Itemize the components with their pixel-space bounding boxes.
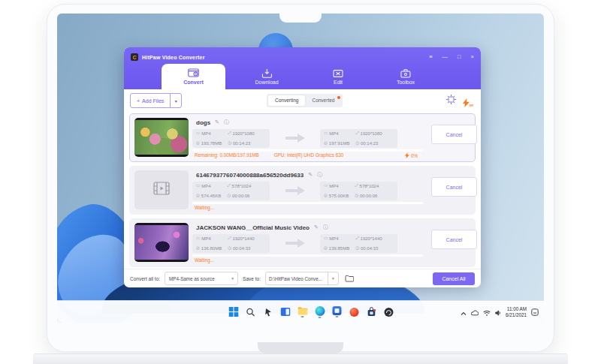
cancel-button[interactable]: Cancel — [431, 230, 477, 249]
running-indicator — [301, 316, 304, 317]
app-logo-icon: C — [131, 53, 138, 61]
taskbar-clock[interactable]: 11:00 AM 6/21/2021 — [506, 306, 527, 318]
source-info: ▭MP4 ◎193.78MB ⤢1920*1080 ◷00:14:23 — [192, 129, 270, 148]
laptop-hinge-notch — [258, 342, 343, 353]
add-files-dropdown[interactable]: ▾ — [170, 94, 181, 107]
wifi-icon[interactable] — [483, 305, 491, 319]
convert-arrow-icon — [284, 238, 307, 251]
main-tabs: Convert Download Edit Toolbox — [124, 62, 481, 89]
file-type-icon: ▭ — [196, 236, 200, 241]
cancel-button[interactable]: Cancel — [431, 177, 477, 197]
search-icon[interactable] — [245, 305, 257, 319]
tab-converted[interactable]: Converted — [305, 95, 341, 106]
waiting-status: Waiting... — [195, 258, 214, 263]
file-explorer-icon[interactable] — [297, 305, 309, 319]
chevron-down-icon: ▾ — [231, 276, 234, 281]
file-size-icon: ◎ — [196, 246, 200, 251]
file-info-icon[interactable]: ⓘ — [317, 171, 322, 179]
notification-center-icon[interactable] — [531, 305, 539, 319]
file-size-icon: ◎ — [196, 194, 200, 198]
progress-bar — [192, 254, 423, 257]
resolution-icon: ⤢ — [228, 236, 231, 241]
source-duration: 00:04:33 — [233, 246, 250, 251]
chevron-down-icon: ▾ — [175, 98, 177, 104]
video-thumbnail — [134, 223, 189, 262]
swirl-app-icon[interactable] — [383, 305, 395, 319]
converting-label: Converting — [275, 98, 298, 103]
duration-icon: ◷ — [228, 141, 231, 146]
target-format: MP4 — [329, 184, 338, 188]
rename-pencil-icon[interactable]: ✎ — [215, 119, 219, 125]
microsoft-store-icon[interactable] — [366, 305, 378, 319]
source-size: 574.45KB — [201, 194, 221, 198]
file-type-icon: ▭ — [324, 184, 328, 188]
task-view-icon[interactable] — [279, 305, 291, 319]
tab-label: Download — [255, 80, 278, 85]
convert-icon — [188, 68, 199, 78]
menu-icon[interactable]: ≡ — [429, 54, 432, 60]
rename-pencil-icon[interactable]: ✎ — [314, 224, 319, 230]
add-files-button[interactable]: +Add Files ▾ — [130, 93, 182, 108]
laptop-lid: C HitPaw Video Converter ≡ — □ × Convert — [47, 4, 554, 352]
gpu-acceleration-icon[interactable] — [446, 94, 456, 107]
tab-download[interactable]: Download — [255, 64, 278, 89]
tab-edit[interactable]: Edit — [333, 64, 343, 89]
minimize-icon[interactable]: — — [442, 54, 448, 60]
file-size-icon: ◎ — [324, 246, 328, 251]
add-files-label: Add Files — [142, 98, 164, 104]
source-format: MP4 — [201, 236, 210, 241]
file-name: 6146793776074000888a656520dd9633 — [196, 172, 304, 179]
edge-browser-icon[interactable] — [314, 305, 326, 319]
file-type-icon: ▭ — [324, 131, 328, 136]
target-info: ▭MP4 ◎139.85MB ⤢1920*1440 ◷00:04:33 — [320, 234, 397, 253]
save-path-dropdown[interactable]: ▾ — [328, 272, 338, 284]
tab-toolbox[interactable]: Toolbox — [397, 64, 415, 89]
hardware-accel-on-icon[interactable]: on — [463, 98, 474, 107]
rename-pencil-icon[interactable]: ✎ — [308, 172, 313, 178]
source-info: ▭MP4 ◎136.80MB ⤢1920*1440 ◷00:04:33 — [192, 234, 270, 253]
file-info-icon[interactable]: ⓘ — [224, 119, 229, 126]
cancel-button[interactable]: Cancel — [431, 125, 477, 144]
save-path-select[interactable]: D:\HitPaw Video Conve... ▾ — [265, 272, 339, 285]
convert-state-switch: Converting Converted — [267, 94, 343, 107]
tab-label: Edit — [334, 80, 343, 85]
source-format: MP4 — [201, 131, 210, 136]
mail-app-icon[interactable] — [331, 305, 343, 319]
maximize-icon[interactable]: □ — [458, 54, 461, 60]
format-value: MP4-Same as source — [169, 276, 215, 281]
duration-icon: ◷ — [228, 246, 231, 251]
tray-chevron-up-icon[interactable] — [461, 305, 467, 319]
cursor-app-icon[interactable] — [262, 305, 274, 319]
tab-converting[interactable]: Converting — [268, 95, 305, 106]
convert-toolbar: +Add Files ▾ Converting Converted on — [124, 89, 481, 112]
resolution-icon: ⤢ — [355, 131, 358, 136]
bolt-icon — [405, 152, 409, 159]
source-size: 136.80MB — [201, 246, 222, 251]
volume-icon[interactable] — [495, 305, 501, 319]
remaining-status: Remaining: 0.00MB/197.91MB — [195, 153, 259, 158]
output-format-select[interactable]: MP4-Same as source▾ — [165, 272, 238, 285]
target-duration: 00:00:06 — [360, 194, 377, 198]
cancel-all-button[interactable]: Cancel All — [433, 272, 475, 285]
chevron-down-icon: ▾ — [332, 276, 334, 281]
close-icon[interactable]: × — [471, 54, 474, 60]
file-row-dogs: dogs ✎ ⓘ ▭MP4 ◎193.78MB ⤢1920*1080 ◷0 — [129, 113, 476, 162]
tab-convert[interactable]: Convert — [162, 64, 225, 89]
clock-date: 6/21/2021 — [506, 312, 527, 318]
duration-icon: ◷ — [355, 246, 359, 251]
save-path-value: D:\HitPaw Video Conve... — [266, 276, 328, 281]
edit-icon — [333, 69, 343, 78]
source-resolution: 578*1024 — [232, 184, 252, 188]
file-name: JACKSON WANG__Official Music Video — [196, 224, 310, 231]
accel-on-label: on — [470, 104, 474, 108]
onedrive-cloud-icon[interactable] — [471, 305, 479, 319]
notification-dot — [337, 96, 340, 99]
file-info-icon[interactable]: ⓘ — [323, 224, 328, 231]
target-duration: 00:14:23 — [361, 141, 378, 146]
download-icon — [261, 69, 272, 78]
start-button[interactable] — [228, 305, 240, 319]
target-size: 139.85MB — [329, 246, 349, 251]
open-folder-button[interactable] — [343, 272, 355, 284]
source-resolution: 1920*1440 — [233, 236, 255, 241]
red-app-icon[interactable] — [349, 305, 361, 319]
